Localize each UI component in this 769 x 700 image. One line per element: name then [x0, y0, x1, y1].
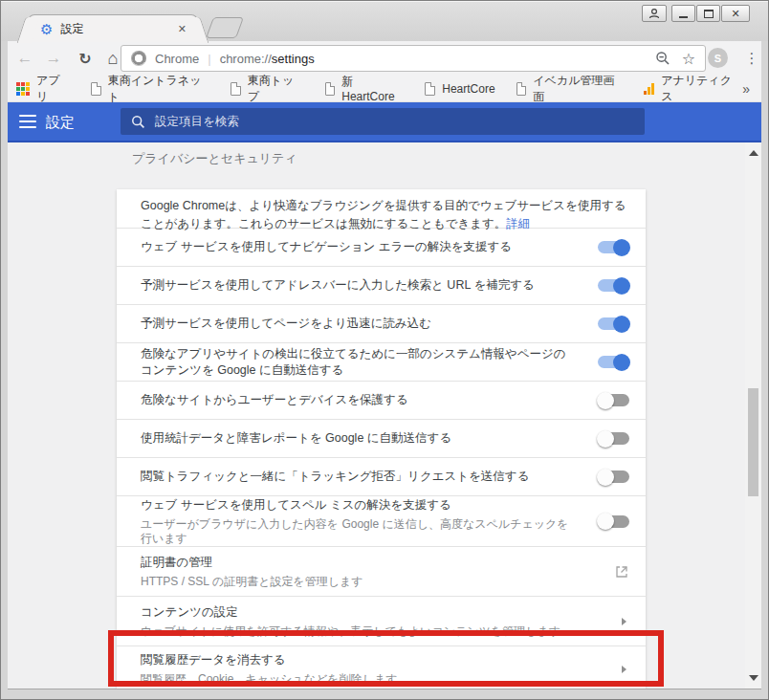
row-sublabel: HTTPS / SSL の証明書と設定を管理します	[141, 575, 575, 589]
person-icon	[648, 8, 660, 19]
row-label: ウェブ サービスを使用してスペル ミスの解決を支援する	[141, 497, 575, 514]
bookmark-label: HeartCore	[442, 82, 494, 96]
intro-text: Google Chromeは、より快適なブラウジングを提供する目的でウェブサービ…	[141, 199, 626, 230]
setting-row-usage-stats: 使用統計データと障害レポートを Google に自動送信する	[117, 419, 646, 457]
toggle-switch[interactable]	[598, 279, 629, 292]
toggle-knob	[597, 469, 614, 486]
forward-icon: →	[46, 49, 62, 68]
toggle-knob	[613, 316, 630, 333]
back-icon: ←	[17, 49, 33, 68]
address-bar[interactable]: Chrome | chrome:// settings ☆	[121, 45, 706, 72]
row-label: 危険なサイトからユーザーとデバイスを保護する	[141, 392, 575, 408]
close-icon: ✕	[731, 8, 739, 20]
toggle-switch[interactable]	[598, 394, 629, 406]
back-button[interactable]: ←	[12, 46, 37, 71]
url-scheme: chrome://	[220, 52, 272, 66]
chevron-right-icon	[622, 618, 626, 625]
bookmark-label: 東商イントラネット	[108, 73, 209, 105]
scrollbar-thumb[interactable]	[748, 388, 758, 496]
page-icon	[425, 82, 435, 96]
launch-external-icon	[615, 565, 628, 579]
row-label: 使用統計データと障害レポートを Google に自動送信する	[141, 430, 575, 447]
setting-row-report-content: 危険なアプリやサイトの検出に役立てるために一部のシステム情報やページのコンテンツ…	[117, 342, 646, 381]
search-icon	[131, 115, 145, 129]
setting-row-certificates[interactable]: 証明書の管理 HTTPS / SSL の証明書と設定を管理します	[117, 546, 646, 596]
extension-badge[interactable]: S	[708, 48, 728, 68]
page-icon	[325, 82, 336, 96]
toggle-knob	[613, 277, 630, 295]
url-engine-label: Chrome	[155, 52, 199, 66]
row-label: 閲覧履歴データを消去する	[141, 652, 575, 668]
bookmark-item[interactable]: 東商イントラネット	[91, 73, 209, 105]
toggle-switch[interactable]	[598, 515, 629, 528]
learn-more-link[interactable]: 詳細	[506, 217, 530, 230]
settings-search-input[interactable]: 設定項目を検索	[121, 108, 645, 135]
bookmark-label: 東商トップ	[248, 73, 304, 105]
bookmark-apps[interactable]: アプリ	[16, 73, 70, 105]
setting-row-preload: 予測サービスを使用してページをより迅速に読み込む	[117, 304, 646, 342]
toggle-switch[interactable]	[598, 470, 629, 483]
analytics-icon	[644, 83, 654, 95]
browser-window: ⚙ 設定 ✕ ✕ ← → ↻ ⌂ Chrome | chrome:// sett…	[0, 0, 769, 700]
bookmark-item[interactable]: 新HeartCore	[325, 74, 405, 103]
minimize-icon	[679, 16, 688, 18]
profile-button[interactable]	[642, 5, 667, 22]
search-placeholder: 設定項目を検索	[155, 114, 239, 130]
new-tab-button[interactable]	[206, 17, 244, 38]
settings-title: 設定	[46, 114, 75, 132]
bookmark-item[interactable]: HeartCore	[425, 82, 494, 96]
privacy-intro-text: Google Chromeは、より快適なブラウジングを提供する目的でウェブサービ…	[117, 189, 646, 228]
toggle-knob	[597, 392, 614, 409]
browser-menu-button[interactable]: ⋮	[740, 45, 763, 72]
tab-settings[interactable]: ⚙ 設定 ✕	[28, 14, 198, 42]
bookmark-label: イベカル管理画面	[533, 73, 623, 105]
toggle-switch[interactable]	[598, 241, 629, 253]
toggle-switch[interactable]	[598, 317, 629, 330]
row-label: コンテンツの設定	[141, 604, 575, 621]
zoom-out-icon[interactable]	[655, 51, 670, 66]
maximize-button[interactable]	[696, 5, 720, 22]
tab-title: 設定	[60, 21, 174, 37]
tab-close-icon[interactable]: ✕	[175, 21, 189, 37]
menu-hamburger-icon[interactable]	[19, 115, 36, 128]
maximize-icon	[704, 10, 714, 18]
forward-button[interactable]: →	[41, 46, 66, 71]
bookmark-item[interactable]: 東商トップ	[231, 73, 303, 105]
gear-icon: ⚙	[40, 22, 53, 36]
row-sublabel: ユーザーがブラウザに入力した内容を Google に送信し、高度なスペルチェック…	[141, 517, 575, 546]
privacy-settings-card: Google Chromeは、より快適なブラウジングを提供する目的でウェブサービ…	[117, 189, 646, 689]
row-label: 閲覧トラフィックと一緒に「トラッキング拒否」リクエストを送信する	[141, 469, 575, 485]
bookmarks-bar: アプリ 東商イントラネット 東商トップ 新HeartCore HeartCore…	[8, 76, 761, 102]
row-label: 予測サービスを使用してアドレスバーに入力した検索と URL を補完する	[141, 277, 575, 294]
setting-row-safe-browsing: 危険なサイトからユーザーとデバイスを保護する	[117, 381, 646, 419]
page-icon	[231, 82, 241, 96]
scroll-up-arrow-icon[interactable]	[749, 150, 758, 156]
navigation-toolbar: ← → ↻ ⌂ Chrome | chrome:// settings ☆ S …	[8, 41, 761, 76]
bookmark-item[interactable]: イベカル管理画面	[516, 73, 624, 105]
bookmark-label: 新HeartCore	[341, 74, 404, 103]
setting-row-clear-browsing-data[interactable]: 閲覧履歴データを消去する 閲覧履歴、Cookie、キャッシュなどを削除します	[117, 645, 646, 689]
toggle-knob	[613, 354, 630, 371]
bookmark-analytics[interactable]: アナリティクス	[644, 73, 740, 105]
bookmark-star-icon[interactable]: ☆	[682, 50, 695, 68]
toggle-switch[interactable]	[598, 432, 629, 445]
setting-row-do-not-track: 閲覧トラフィックと一緒に「トラッキング拒否」リクエストを送信する	[117, 457, 646, 495]
toggle-knob	[597, 430, 614, 448]
row-sublabel: 閲覧履歴、Cookie、キャッシュなどを削除します	[141, 672, 575, 687]
setting-row-content-settings[interactable]: コンテンツの設定 ウェブサイトに使用を許可する情報や、表示してもよいコンテンツを…	[117, 596, 646, 645]
scroll-down-arrow-icon[interactable]	[749, 675, 758, 681]
section-title: プライバシーとセキュリティ	[132, 150, 297, 167]
setting-row-autocomplete: 予測サービスを使用してアドレスバーに入力した検索と URL を補完する	[117, 266, 646, 304]
scrollbar[interactable]	[745, 142, 761, 689]
bookmarks-overflow-chevron[interactable]: »	[742, 81, 750, 97]
reload-button[interactable]: ↻	[73, 46, 98, 71]
row-label: 証明書の管理	[141, 555, 575, 571]
row-label: ウェブ サービスを使用してナビゲーション エラーの解決を支援する	[141, 239, 575, 255]
toggle-knob	[597, 513, 614, 530]
close-window-button[interactable]: ✕	[721, 5, 750, 22]
setting-row-navigation-errors: ウェブ サービスを使用してナビゲーション エラーの解決を支援する	[117, 228, 646, 266]
minimize-button[interactable]	[671, 5, 695, 22]
toggle-switch[interactable]	[598, 356, 629, 368]
toggle-knob	[613, 239, 630, 256]
setting-row-spellcheck: ウェブ サービスを使用してスペル ミスの解決を支援する ユーザーがブラウザに入力…	[117, 495, 646, 546]
